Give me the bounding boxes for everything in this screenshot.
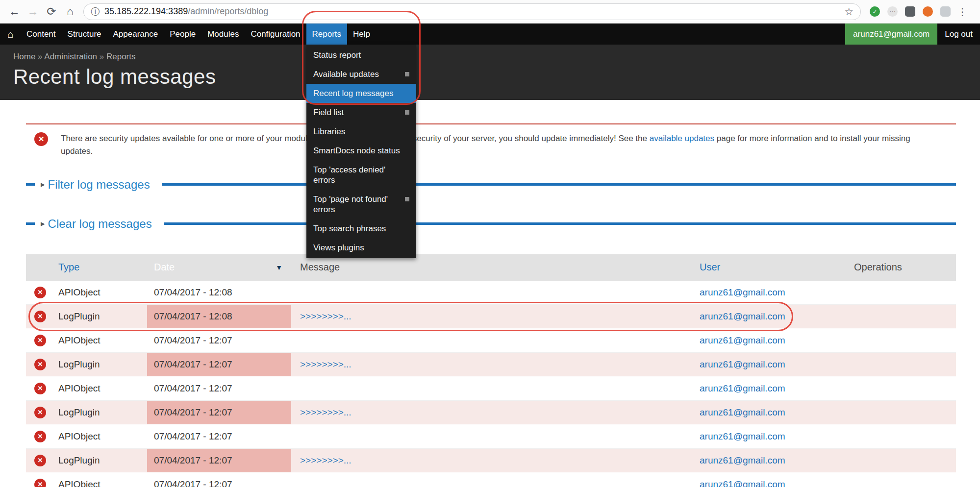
- log-user-link[interactable]: arunz61@gmail.com: [700, 359, 785, 369]
- log-date: 07/04/2017 - 12:07: [147, 401, 291, 425]
- log-operations: [847, 329, 956, 353]
- toolbar-item-structure[interactable]: Structure: [62, 24, 107, 45]
- admin-toolbar: ⌂ ContentStructureAppearancePeopleModule…: [0, 24, 980, 45]
- extension-icon-2[interactable]: [923, 6, 933, 17]
- log-user-link[interactable]: arunz61@gmail.com: [700, 479, 785, 487]
- toolbar-item-reports[interactable]: Reports: [306, 24, 348, 45]
- reports-menu-item[interactable]: Status report: [306, 46, 416, 65]
- log-date: 07/04/2017 - 12:07: [147, 353, 291, 377]
- reports-menu-item-label: Libraries: [313, 126, 409, 137]
- sort-user-header[interactable]: User: [700, 262, 720, 272]
- breadcrumb-link[interactable]: Home: [13, 52, 35, 61]
- log-user-link[interactable]: arunz61@gmail.com: [700, 455, 785, 465]
- logout-button[interactable]: Log out: [937, 24, 980, 45]
- forward-icon[interactable]: →: [24, 2, 42, 21]
- log-user-link[interactable]: arunz61@gmail.com: [700, 431, 785, 441]
- breadcrumb-link[interactable]: Reports: [106, 52, 136, 61]
- error-status-icon: ✕: [34, 431, 46, 442]
- security-warning: ✕ There are security updates available f…: [26, 123, 956, 158]
- reports-menu-item-label: Top 'page not found' errors: [313, 194, 401, 215]
- toolbar-item-content[interactable]: Content: [21, 24, 62, 45]
- log-type: APIObject: [58, 383, 101, 393]
- log-user-link[interactable]: arunz61@gmail.com: [700, 287, 785, 297]
- reports-menu-item[interactable]: Top 'page not found' errors: [306, 190, 416, 219]
- extension-check-icon[interactable]: ✓: [870, 6, 880, 17]
- reports-menu-item-label: Available updates: [313, 69, 401, 79]
- reports-menu-item[interactable]: SmartDocs node status: [306, 141, 416, 160]
- log-table-row: ✕APIObject07/04/2017 - 12:07arunz61@gmai…: [26, 473, 956, 487]
- breadcrumb: Home » Administration » Reports: [13, 52, 980, 62]
- reports-menu-item-label: Top 'access denied' errors: [313, 165, 409, 185]
- bookmark-star-icon[interactable]: ☆: [844, 6, 854, 18]
- toolbar-item-appearance[interactable]: Appearance: [107, 24, 164, 45]
- log-user-link[interactable]: arunz61@gmail.com: [700, 311, 785, 321]
- log-table-row: ✕LogPlugin07/04/2017 - 12:07>>>>>>>>...a…: [26, 449, 956, 473]
- breadcrumb-link[interactable]: Administration: [44, 52, 97, 61]
- reports-menu-item[interactable]: Top search phrases: [306, 219, 416, 238]
- reports-menu-item[interactable]: Field list: [306, 103, 416, 122]
- url-text: 35.185.222.194:3389/admin/reports/dblog: [104, 6, 268, 17]
- log-date: 07/04/2017 - 12:07: [147, 329, 291, 353]
- url-path: /admin/reports/dblog: [188, 6, 268, 16]
- log-operations: [847, 401, 956, 425]
- admin-menu: ContentStructureAppearancePeopleModulesC…: [21, 24, 376, 45]
- log-table-row: ✕LogPlugin07/04/2017 - 12:07>>>>>>>>...a…: [26, 353, 956, 377]
- browser-home-icon[interactable]: ⌂: [61, 2, 79, 21]
- reports-menu-item[interactable]: Libraries: [306, 122, 416, 141]
- fieldset-title[interactable]: Clear log messages: [48, 217, 152, 231]
- reports-menu-item[interactable]: Available updates: [306, 65, 416, 84]
- toolbar-item-people[interactable]: People: [164, 24, 201, 45]
- log-user-link[interactable]: arunz61@gmail.com: [700, 383, 785, 393]
- available-updates-link[interactable]: available updates: [650, 134, 714, 143]
- site-info-icon[interactable]: ⓘ: [91, 6, 100, 18]
- fieldset-title[interactable]: Filter log messages: [48, 178, 150, 192]
- account-button[interactable]: arunz61@gmail.com: [845, 24, 937, 45]
- log-message-link[interactable]: >>>>>>>>...: [300, 407, 352, 417]
- admin-home-icon[interactable]: ⌂: [0, 24, 21, 45]
- log-date: 07/04/2017 - 12:07: [147, 425, 291, 449]
- error-status-icon: ✕: [34, 455, 46, 466]
- operations-header: Operations: [847, 254, 956, 281]
- reports-dropdown: Status reportAvailable updatesRecent log…: [306, 45, 416, 258]
- toolbar-item-configuration[interactable]: Configuration: [245, 24, 306, 45]
- extension-more-icon[interactable]: ⋯: [887, 6, 898, 17]
- log-type: APIObject: [58, 479, 101, 487]
- breadcrumb-separator-icon: »: [35, 52, 44, 61]
- url-bar[interactable]: ⓘ 35.185.222.194:3389/admin/reports/dblo…: [83, 3, 861, 20]
- back-icon[interactable]: ←: [5, 2, 24, 21]
- extension-icon-1[interactable]: [905, 6, 915, 17]
- log-operations: [847, 449, 956, 473]
- extension-icon-3[interactable]: [940, 6, 951, 17]
- log-message-link[interactable]: >>>>>>>>...: [300, 359, 352, 369]
- sort-desc-icon: ▼: [276, 264, 282, 271]
- fieldset-dash-icon: [26, 222, 35, 225]
- log-user-link[interactable]: arunz61@gmail.com: [700, 407, 785, 417]
- browser-menu-icon[interactable]: ⋮: [957, 6, 967, 18]
- submenu-indicator-icon: [405, 197, 409, 201]
- log-operations: [847, 473, 956, 487]
- reports-menu-item-label: SmartDocs node status: [313, 146, 409, 156]
- reports-menu-item[interactable]: Recent log messages: [306, 84, 416, 103]
- reports-menu-item[interactable]: Top 'access denied' errors: [306, 160, 416, 190]
- toolbar-item-modules[interactable]: Modules: [201, 24, 245, 45]
- error-status-icon: ✕: [34, 287, 46, 298]
- reload-icon[interactable]: ⟳: [42, 2, 61, 21]
- log-table-row: ✕APIObject07/04/2017 - 12:07arunz61@gmai…: [26, 425, 956, 449]
- toolbar-item-help[interactable]: Help: [347, 24, 376, 45]
- log-type: APIObject: [58, 335, 101, 345]
- error-status-icon: ✕: [34, 359, 46, 370]
- log-operations: [847, 305, 956, 329]
- sort-type-header[interactable]: Type: [58, 262, 79, 272]
- log-table-row: ✕APIObject07/04/2017 - 12:08arunz61@gmai…: [26, 281, 956, 305]
- reports-menu-item[interactable]: Views plugins: [306, 238, 416, 257]
- log-message-link[interactable]: >>>>>>>>...: [300, 455, 352, 465]
- sort-date-header[interactable]: Date▼: [147, 254, 291, 281]
- log-user-link[interactable]: arunz61@gmail.com: [700, 335, 785, 345]
- log-operations: [847, 425, 956, 449]
- date-header-label: Date: [154, 262, 175, 272]
- log-type: APIObject: [58, 287, 101, 297]
- log-type: LogPlugin: [58, 407, 100, 417]
- fieldset-dash-icon: [26, 183, 35, 186]
- error-status-icon: ✕: [34, 383, 46, 394]
- log-message-link[interactable]: >>>>>>>>...: [300, 311, 352, 321]
